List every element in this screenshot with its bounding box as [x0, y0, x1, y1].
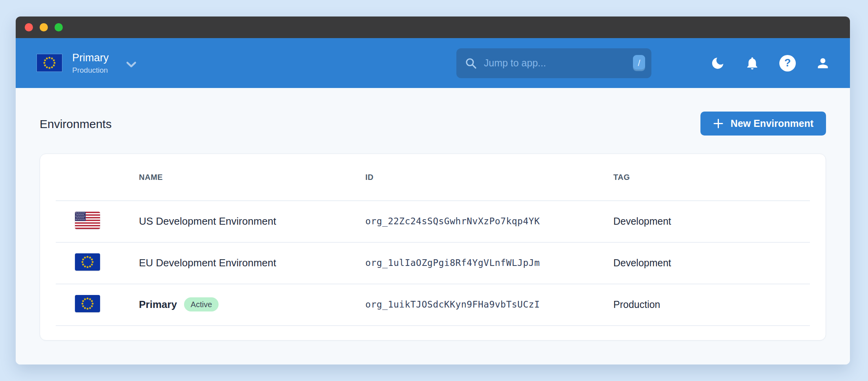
new-environment-label: New Environment: [731, 118, 813, 129]
page-head: Environments New Environment: [40, 88, 826, 136]
slash-shortcut-key: /: [633, 55, 645, 71]
search-input[interactable]: [484, 57, 633, 69]
help-button[interactable]: ?: [779, 55, 796, 71]
name-cell: US Development Environment: [139, 215, 365, 227]
environment-name: Primary: [139, 299, 177, 311]
table-row[interactable]: US Development Environment org_22Zc24sSQ…: [40, 200, 826, 242]
moon-icon: [710, 56, 725, 71]
person-icon: [815, 56, 830, 71]
close-button[interactable]: [25, 23, 33, 31]
environment-name: US Development Environment: [139, 215, 276, 227]
environment-name: EU Development Environment: [139, 257, 276, 269]
active-badge: Active: [184, 297, 219, 311]
minimize-button[interactable]: [40, 23, 48, 31]
new-environment-button[interactable]: New Environment: [700, 112, 826, 136]
environment-tag: Development: [613, 216, 826, 227]
table-header-row: NAME ID TAG: [40, 154, 826, 200]
eu-flag-icon: [75, 295, 100, 312]
us-flag-icon: [75, 212, 100, 229]
app-header: Primary Production /: [16, 38, 850, 88]
page-title: Environments: [40, 117, 111, 136]
dark-mode-toggle[interactable]: [710, 56, 725, 71]
notifications-button[interactable]: [745, 56, 760, 71]
environment-id: org_22Zc24sSQsGwhrNvXzPo7kqp4YK: [365, 216, 613, 226]
org-switcher[interactable]: Primary Production: [37, 51, 137, 74]
environment-id: org_1uikTJOSdcKKyn9FHa9vbTsUCzI: [365, 299, 613, 310]
column-header-tag: TAG: [613, 173, 826, 182]
table-body: US Development Environment org_22Zc24sSQ…: [40, 200, 826, 325]
eu-flag-icon: [75, 253, 100, 271]
main-content: Environments New Environment NAME ID TAG: [16, 88, 850, 365]
name-cell: Primary Active: [139, 297, 365, 311]
plus-icon: [713, 118, 724, 129]
app-window: Primary Production /: [16, 16, 850, 365]
name-cell: EU Development Environment: [139, 257, 365, 269]
org-environment: Production: [72, 66, 109, 75]
column-header-name: NAME: [139, 173, 365, 182]
question-mark-icon: ?: [779, 55, 796, 71]
table-row[interactable]: EU Development Environment org_1ulIaOZgP…: [40, 242, 826, 284]
flag-cell: [75, 295, 139, 314]
eu-flag-icon: [37, 54, 62, 71]
jump-to-app-search[interactable]: /: [456, 48, 651, 78]
user-account-button[interactable]: [815, 56, 830, 71]
environment-id: org_1ulIaOZgPgi8Rf4YgVLnfWLJpJm: [365, 258, 613, 268]
chevron-down-icon: [126, 61, 137, 68]
environment-tag: Production: [613, 299, 826, 310]
environments-table-card: NAME ID TAG US Development Environment o…: [40, 154, 826, 341]
maximize-button[interactable]: [55, 23, 63, 31]
column-header-id: ID: [365, 173, 613, 182]
titlebar: [16, 16, 850, 38]
search-icon: [465, 57, 477, 69]
header-icon-group: ?: [710, 55, 830, 71]
flag-cell: [75, 253, 139, 272]
environment-tag: Development: [613, 257, 826, 269]
table-footer-spacer: [40, 325, 826, 341]
org-switcher-text: Primary Production: [72, 51, 109, 74]
table-row[interactable]: Primary Active org_1uikTJOSdcKKyn9FHa9vb…: [40, 284, 826, 325]
bell-icon: [745, 56, 760, 71]
flag-cell: [75, 212, 139, 231]
org-name: Primary: [72, 51, 109, 64]
